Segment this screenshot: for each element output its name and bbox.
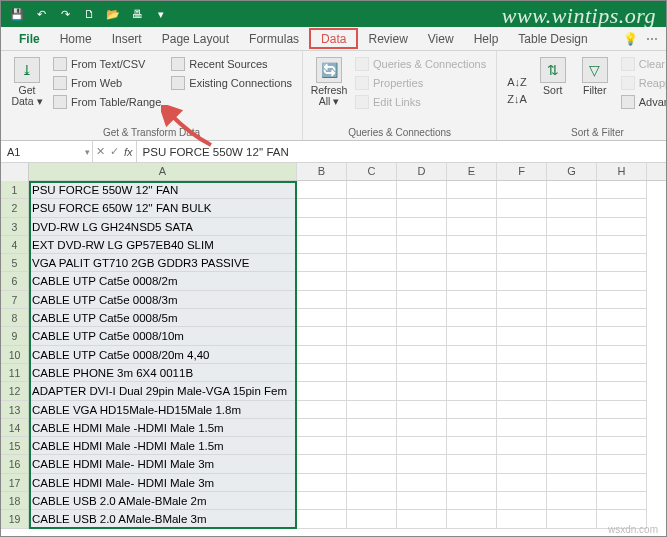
- get-data-button[interactable]: ⤓ Get Data ▾: [7, 55, 47, 125]
- row-header-14[interactable]: 14: [1, 419, 29, 437]
- cell-d1[interactable]: [397, 181, 447, 199]
- tab-data[interactable]: Data: [309, 28, 358, 49]
- cell-a16[interactable]: CABLE HDMI Male- HDMI Male 3m: [29, 455, 297, 473]
- column-header-f[interactable]: F: [497, 163, 547, 180]
- column-header-d[interactable]: D: [397, 163, 447, 180]
- cell-d5[interactable]: [397, 254, 447, 272]
- cell-f8[interactable]: [497, 309, 547, 327]
- tab-home[interactable]: Home: [50, 27, 102, 50]
- cell-b7[interactable]: [297, 291, 347, 309]
- cell-b12[interactable]: [297, 382, 347, 400]
- row-header-9[interactable]: 9: [1, 327, 29, 345]
- cell-h6[interactable]: [597, 272, 647, 290]
- row-header-11[interactable]: 11: [1, 364, 29, 382]
- row-header-2[interactable]: 2: [1, 199, 29, 217]
- cell-b14[interactable]: [297, 419, 347, 437]
- enter-formula-icon[interactable]: ✓: [110, 145, 119, 158]
- cell-f3[interactable]: [497, 218, 547, 236]
- cell-f6[interactable]: [497, 272, 547, 290]
- row-header-17[interactable]: 17: [1, 474, 29, 492]
- cell-e3[interactable]: [447, 218, 497, 236]
- sort-az-button[interactable]: A↓Z: [503, 74, 531, 90]
- cell-h16[interactable]: [597, 455, 647, 473]
- cell-c11[interactable]: [347, 364, 397, 382]
- cell-h7[interactable]: [597, 291, 647, 309]
- cell-g18[interactable]: [547, 492, 597, 510]
- cell-c3[interactable]: [347, 218, 397, 236]
- cell-c19[interactable]: [347, 510, 397, 528]
- cell-h15[interactable]: [597, 437, 647, 455]
- cell-f1[interactable]: [497, 181, 547, 199]
- cell-f5[interactable]: [497, 254, 547, 272]
- fx-icon[interactable]: fx: [124, 146, 133, 158]
- cell-c6[interactable]: [347, 272, 397, 290]
- cell-b17[interactable]: [297, 474, 347, 492]
- row-header-13[interactable]: 13: [1, 401, 29, 419]
- cell-h12[interactable]: [597, 382, 647, 400]
- cell-a19[interactable]: CABLE USB 2.0 AMale-BMale 3m: [29, 510, 297, 528]
- queries-connections-button[interactable]: Queries & Connections: [351, 55, 490, 73]
- cell-g16[interactable]: [547, 455, 597, 473]
- cell-f13[interactable]: [497, 401, 547, 419]
- existing-connections-button[interactable]: Existing Connections: [167, 74, 296, 92]
- cell-e14[interactable]: [447, 419, 497, 437]
- refresh-all-button[interactable]: 🔄 Refresh All ▾: [309, 55, 349, 125]
- tell-me-icon[interactable]: 💡: [623, 32, 638, 46]
- formula-bar[interactable]: PSU FORCE 550W 12'' FAN: [137, 141, 666, 162]
- sort-za-button[interactable]: Z↓A: [503, 91, 531, 107]
- row-header-8[interactable]: 8: [1, 309, 29, 327]
- cell-h17[interactable]: [597, 474, 647, 492]
- cell-b19[interactable]: [297, 510, 347, 528]
- row-header-15[interactable]: 15: [1, 437, 29, 455]
- cell-h2[interactable]: [597, 199, 647, 217]
- cell-c5[interactable]: [347, 254, 397, 272]
- cell-d2[interactable]: [397, 199, 447, 217]
- cell-e5[interactable]: [447, 254, 497, 272]
- undo-icon[interactable]: ↶: [32, 5, 50, 23]
- cell-g11[interactable]: [547, 364, 597, 382]
- cell-c12[interactable]: [347, 382, 397, 400]
- tab-table-design[interactable]: Table Design: [508, 27, 597, 50]
- cell-f4[interactable]: [497, 236, 547, 254]
- row-header-6[interactable]: 6: [1, 272, 29, 290]
- tab-review[interactable]: Review: [358, 27, 417, 50]
- row-header-3[interactable]: 3: [1, 218, 29, 236]
- cell-a13[interactable]: CABLE VGA HD15Male-HD15Male 1.8m: [29, 401, 297, 419]
- cell-h14[interactable]: [597, 419, 647, 437]
- cell-a9[interactable]: CABLE UTP Cat5e 0008/10m: [29, 327, 297, 345]
- cell-b11[interactable]: [297, 364, 347, 382]
- cell-f2[interactable]: [497, 199, 547, 217]
- cell-g8[interactable]: [547, 309, 597, 327]
- cell-h4[interactable]: [597, 236, 647, 254]
- cell-b2[interactable]: [297, 199, 347, 217]
- cell-d10[interactable]: [397, 346, 447, 364]
- cell-a14[interactable]: CABLE HDMI Male -HDMI Male 1.5m: [29, 419, 297, 437]
- cell-a6[interactable]: CABLE UTP Cat5e 0008/2m: [29, 272, 297, 290]
- row-header-4[interactable]: 4: [1, 236, 29, 254]
- cell-c7[interactable]: [347, 291, 397, 309]
- from-text-csv-button[interactable]: From Text/CSV: [49, 55, 165, 73]
- cell-e6[interactable]: [447, 272, 497, 290]
- cell-g3[interactable]: [547, 218, 597, 236]
- cell-a4[interactable]: EXT DVD-RW LG GP57EB40 SLIM: [29, 236, 297, 254]
- cell-a5[interactable]: VGA PALIT GT710 2GB GDDR3 PASSIVE: [29, 254, 297, 272]
- chevron-down-icon[interactable]: ▾: [85, 147, 90, 157]
- cell-d9[interactable]: [397, 327, 447, 345]
- cell-g2[interactable]: [547, 199, 597, 217]
- cell-a17[interactable]: CABLE HDMI Male- HDMI Male 3m: [29, 474, 297, 492]
- cell-d15[interactable]: [397, 437, 447, 455]
- cell-a2[interactable]: PSU FORCE 650W 12'' FAN BULK: [29, 199, 297, 217]
- cell-d13[interactable]: [397, 401, 447, 419]
- cell-a18[interactable]: CABLE USB 2.0 AMale-BMale 2m: [29, 492, 297, 510]
- share-icon[interactable]: ⋯: [646, 32, 658, 46]
- row-header-19[interactable]: 19: [1, 510, 29, 528]
- cell-b16[interactable]: [297, 455, 347, 473]
- cell-f12[interactable]: [497, 382, 547, 400]
- cell-g5[interactable]: [547, 254, 597, 272]
- qat-more-icon[interactable]: ▾: [152, 5, 170, 23]
- tab-insert[interactable]: Insert: [102, 27, 152, 50]
- cell-e7[interactable]: [447, 291, 497, 309]
- cell-c17[interactable]: [347, 474, 397, 492]
- select-all-corner[interactable]: [1, 163, 29, 181]
- cell-g1[interactable]: [547, 181, 597, 199]
